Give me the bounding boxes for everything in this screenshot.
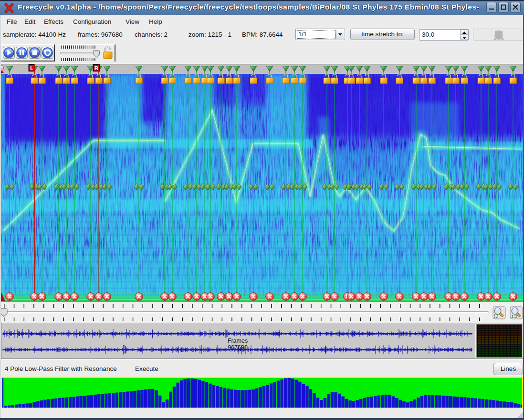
svg-text:1:1: 1:1 — [512, 314, 518, 319]
svg-text:L: L — [30, 65, 33, 71]
svg-text:R: R — [94, 65, 99, 71]
svg-text:967680: 967680 — [228, 344, 248, 351]
svg-text:Frames: Frames — [228, 338, 248, 344]
